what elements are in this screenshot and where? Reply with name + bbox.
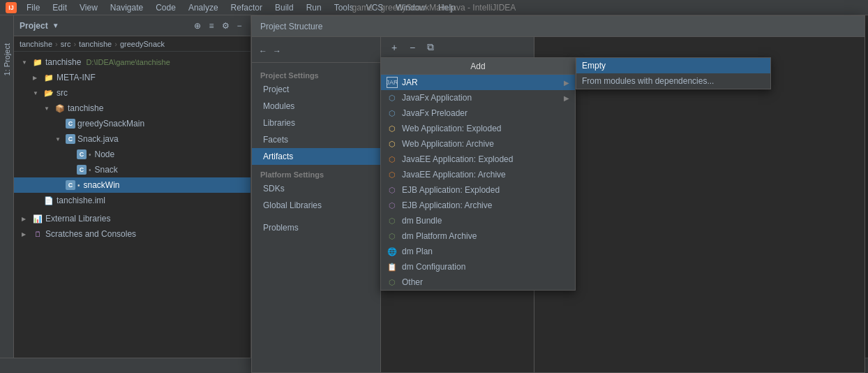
nav-item-artifacts[interactable]: Artifacts — [252, 148, 380, 165]
collapse-all-icon[interactable]: ≡ — [206, 20, 217, 31]
class-icon: C — [77, 149, 87, 159]
nav-item-libraries[interactable]: Libraries — [252, 115, 380, 131]
tree-expand-arrow[interactable]: ▶ — [22, 231, 30, 237]
jee-archive-icon: ⬡ — [387, 169, 398, 180]
nav-item-sdks[interactable]: SDKs — [252, 180, 380, 197]
panel-dropdown-arrow[interactable]: ▼ — [52, 22, 59, 29]
dropdown-item-dm-config[interactable]: 📋 dm Configuration — [381, 259, 575, 275]
breadcrumb-item-3[interactable]: greedySnack — [120, 40, 165, 48]
platform-settings-section: Platform Settings — [252, 165, 380, 180]
tree-label: snackWin — [84, 180, 120, 190]
dropdown-item-web-archive[interactable]: ⬡ Web Application: Archive — [381, 136, 575, 152]
dropdown-item-label: Web Application: Archive — [402, 139, 494, 149]
nav-item-project[interactable]: Project — [252, 81, 380, 98]
tree-label: tanchishe.iml — [57, 196, 105, 205]
dropdown-item-jar[interactable]: JAR JAR ▶ — [381, 75, 575, 90]
window-title: game - greedySnackMain.java - IntelliJID… — [352, 3, 516, 13]
dropdown-item-dm-bundle[interactable]: ⬡ dm Bundle — [381, 213, 575, 228]
tree-item-external-libs[interactable]: ▶ 📊 External Libraries — [14, 211, 250, 226]
dropdown-item-ejb-exploded[interactable]: ⬡ EJB Application: Exploded — [381, 182, 575, 198]
menu-file[interactable]: File — [21, 1, 45, 14]
sub-item-empty[interactable]: Empty — [576, 58, 770, 73]
submenu-arrow: ▶ — [564, 94, 569, 102]
tree-expand-arrow[interactable]: ▼ — [22, 59, 30, 66]
submenu-arrow: ▶ — [564, 79, 569, 87]
close-icon[interactable]: − — [234, 20, 245, 31]
breadcrumb: tanchishe › src › tanchishe › greedySnac… — [14, 36, 250, 52]
menu-build[interactable]: Build — [269, 1, 299, 14]
breadcrumb-item-0[interactable]: tanchishe — [20, 40, 52, 48]
dropdown-item-dm-platform[interactable]: ⬡ dm Platform Archive — [381, 228, 575, 244]
web-archive-icon: ⬡ — [387, 138, 398, 149]
dropdown-item-label: dm Platform Archive — [402, 231, 477, 241]
dropdown-item-ejb-archive[interactable]: ⬡ EJB Application: Archive — [381, 198, 575, 213]
settings-icon[interactable]: ⚙ — [220, 20, 231, 31]
jar-icon: JAR — [387, 77, 398, 88]
tree-item-iml[interactable]: 📄 tanchishe.iml — [14, 193, 250, 208]
iml-icon: 📄 — [43, 195, 54, 206]
add-artifact-button[interactable]: + — [387, 40, 402, 55]
class-icon: C — [77, 165, 87, 175]
menu-navigate[interactable]: Navigate — [105, 1, 149, 14]
nav-forward-icon[interactable]: → — [271, 45, 283, 57]
dropdown-item-dm-plan[interactable]: 🌐 dm Plan — [381, 244, 575, 259]
tree-label: src — [57, 88, 68, 98]
tree-item-tanchishe[interactable]: ▼ 📁 tanchishe D:\IDEA\game\tanchishe — [14, 54, 250, 70]
dialog-title: Project Structure — [260, 22, 322, 31]
nav-back-icon[interactable]: ← — [257, 45, 269, 57]
tree-expand-arrow[interactable]: ▶ — [33, 75, 41, 81]
tree-item-node[interactable]: C • Node — [14, 147, 250, 162]
sub-item-from-modules[interactable]: From modules with dependencies... — [576, 73, 770, 89]
nav-item-modules[interactable]: Modules — [252, 98, 380, 115]
project-panel: Project ▼ ⊕ ≡ ⚙ − tanchishe › src › tanc… — [14, 15, 251, 373]
nav-item-global-libraries[interactable]: Global Libraries — [252, 197, 380, 214]
tree-expand-arrow[interactable]: ▼ — [44, 105, 52, 112]
dropdown-item-jee-exploded[interactable]: ⬡ JavaEE Application: Exploded — [381, 152, 575, 167]
java-class-icon: C — [66, 180, 75, 190]
dropdown-item-label: EJB Application: Archive — [402, 200, 492, 210]
menu-view[interactable]: View — [74, 1, 103, 14]
panel-header: Project ▼ ⊕ ≡ ⚙ − — [14, 15, 250, 36]
tree-item-tanchishe-pkg[interactable]: ▼ 📦 tanchishe — [14, 101, 250, 116]
tree-item-snack-java[interactable]: ▼ C Snack.java — [14, 131, 250, 147]
tree-item-snackwin[interactable]: C • snackWin — [14, 177, 250, 193]
dropdown-item-javafx-preloader[interactable]: ⬡ JavaFx Preloader — [381, 105, 575, 121]
side-tab: 1: Project — [0, 15, 14, 373]
dropdown-item-label: JavaFx Application — [402, 93, 472, 103]
ejb-archive-icon: ⬡ — [387, 200, 398, 211]
scroll-from-source-icon[interactable]: ⊕ — [192, 20, 203, 31]
tree-expand-arrow[interactable]: ▼ — [33, 90, 41, 96]
menu-run[interactable]: Run — [301, 1, 327, 14]
tree-expand-arrow[interactable]: ▶ — [22, 216, 30, 222]
menu-analyze[interactable]: Analyze — [183, 1, 224, 14]
tree-item-greedysnackmain[interactable]: C greedySnackMain — [14, 116, 250, 131]
nav-item-facets[interactable]: Facets — [252, 131, 380, 148]
project-settings-section: Project Settings — [252, 68, 380, 81]
dropdown-item-other[interactable]: ⬡ Other — [381, 275, 575, 290]
jee-exploded-icon: ⬡ — [387, 154, 398, 165]
menu-edit[interactable]: Edit — [47, 1, 73, 14]
dropdown-item-label: JavaFx Preloader — [402, 108, 467, 118]
tree-item-snack-class[interactable]: C • Snack — [14, 162, 250, 177]
breadcrumb-item-1[interactable]: src — [61, 40, 71, 48]
tree-item-meta-inf[interactable]: ▶ 📁 META-INF — [14, 70, 250, 85]
breadcrumb-item-2[interactable]: tanchishe — [79, 40, 112, 48]
menu-refactor[interactable]: Refactor — [225, 1, 268, 14]
dropdown-item-jee-archive[interactable]: ⬡ JavaEE Application: Archive — [381, 167, 575, 182]
nav-item-problems[interactable]: Problems — [252, 219, 380, 236]
dropdown-item-javafx-app[interactable]: ⬡ JavaFx Application ▶ — [381, 90, 575, 105]
copy-artifact-button[interactable]: ⧉ — [423, 40, 438, 55]
dropdown-item-label: JavaEE Application: Exploded — [402, 154, 513, 164]
side-tab-label[interactable]: 1: Project — [3, 43, 11, 75]
tree-expand-arrow[interactable]: ▼ — [55, 136, 63, 142]
dropdown-item-web-exploded[interactable]: ⬡ Web Application: Exploded — [381, 121, 575, 136]
tree-item-scratches[interactable]: ▶ 🗒 Scratches and Consoles — [14, 226, 250, 242]
package-icon: 📦 — [54, 103, 66, 114]
menu-code[interactable]: Code — [150, 1, 181, 14]
tree-item-src[interactable]: ▼ 📂 src — [14, 85, 250, 101]
tree-label: Scratches and Consoles — [45, 229, 136, 239]
other-icon: ⬡ — [387, 277, 398, 288]
dm-bundle-icon: ⬡ — [387, 215, 398, 226]
remove-artifact-button[interactable]: − — [405, 40, 420, 55]
dropdown-item-label: JavaEE Application: Archive — [402, 170, 506, 180]
